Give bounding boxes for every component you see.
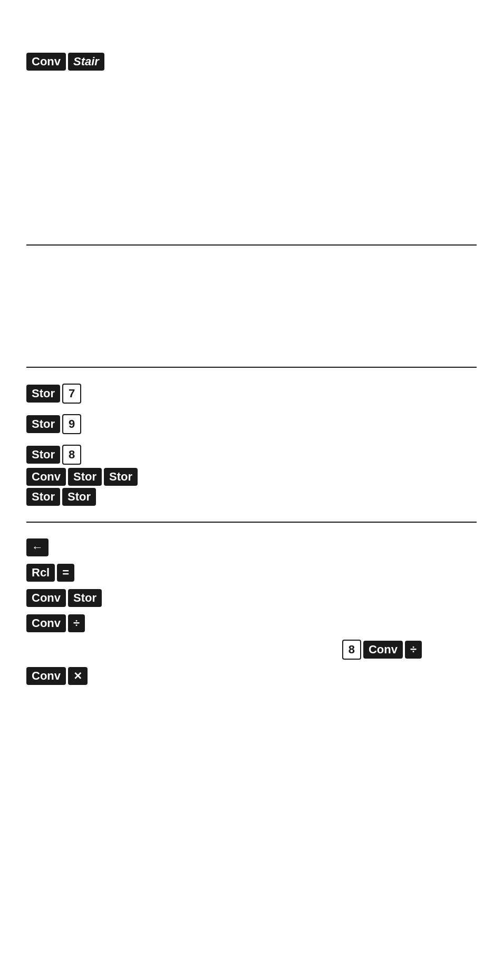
conv-badge-stor-1[interactable]: Conv <box>26 468 66 486</box>
row-rcl-equals: Rcl <box>26 564 477 582</box>
conv-badge-x[interactable]: Conv <box>26 667 66 685</box>
arrow-left-icon <box>32 541 43 554</box>
stor-badge-pair-1[interactable]: Stor <box>26 488 60 506</box>
stor-badge-pair-2[interactable]: Stor <box>62 488 96 506</box>
rcl-badge[interactable]: Rcl <box>26 564 55 582</box>
divider-1 <box>26 244 477 246</box>
x-badge[interactable] <box>68 667 88 685</box>
x-icon <box>73 669 82 682</box>
arrow-left-badge[interactable] <box>26 538 49 556</box>
page-container: Conv Stair Stor 7 Stor 9 Stor 8 Conv Sto… <box>0 0 503 980</box>
stair-badge[interactable]: Stair <box>68 53 104 71</box>
number-badge-8-right[interactable]: 8 <box>342 640 361 660</box>
number-badge-8[interactable]: 8 <box>62 445 81 465</box>
divider-2 <box>26 367 477 368</box>
stor-badge-s1[interactable]: Stor <box>68 589 102 607</box>
row-stor-7: Stor 7 <box>26 384 477 404</box>
row-stor-9: Stor 9 <box>26 414 477 434</box>
row-stor-8: Stor 8 <box>26 445 477 465</box>
row-8-conv-divide: 8 Conv <box>26 640 477 660</box>
row-conv-x: Conv <box>26 667 477 685</box>
divide-icon-1 <box>73 616 80 630</box>
stor-badge-8-1[interactable]: Stor <box>26 446 60 464</box>
section-conv-stair: Conv Stair <box>26 53 477 71</box>
number-badge-7[interactable]: 7 <box>62 384 81 404</box>
section-stor: Stor 7 Stor 9 Stor 8 Conv Stor Stor Stor… <box>26 384 477 506</box>
conv-badge-d2[interactable]: Conv <box>363 641 403 659</box>
row-conv-divide: Conv <box>26 614 477 632</box>
conv-badge-1[interactable]: Conv <box>26 53 66 71</box>
divider-3 <box>26 522 477 523</box>
equals-badge[interactable] <box>57 564 74 582</box>
empty-area-1 <box>26 86 477 229</box>
conv-badge-s1[interactable]: Conv <box>26 589 66 607</box>
row-conv-stor-stor: Conv Stor Stor <box>26 468 477 486</box>
equals-icon <box>62 566 69 579</box>
conv-badge-d1[interactable]: Conv <box>26 614 66 632</box>
divide-badge-1[interactable] <box>68 614 85 632</box>
stor-badge-multi-2[interactable]: Stor <box>104 468 138 486</box>
stor-badge-9-1[interactable]: Stor <box>26 415 60 433</box>
divide-icon-2 <box>410 643 417 656</box>
row-arrow-left <box>26 538 477 556</box>
empty-area-2 <box>26 261 477 351</box>
row-conv-stair: Conv Stair <box>26 53 477 71</box>
number-badge-9[interactable]: 9 <box>62 414 81 434</box>
row-stor-stor: Stor Stor <box>26 488 477 506</box>
section-rcl-conv: Rcl Conv Stor Conv 8 Conv Conv <box>26 538 477 685</box>
stor-badge-7-1[interactable]: Stor <box>26 385 60 403</box>
stor-badge-multi-1[interactable]: Stor <box>68 468 102 486</box>
row-conv-stor: Conv Stor <box>26 589 477 607</box>
divide-badge-2[interactable] <box>405 641 422 659</box>
